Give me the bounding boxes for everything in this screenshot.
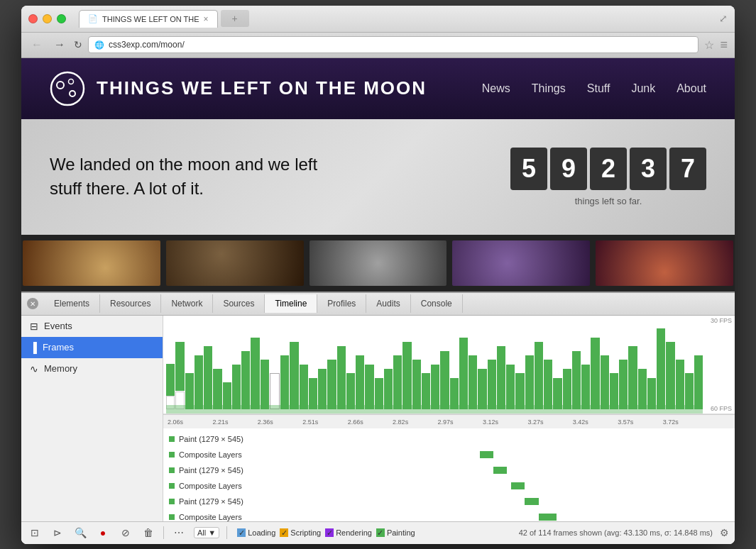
event-label-5: Paint (1279 × 545)	[179, 497, 271, 506]
timeline-ruler: 2.06s 2.21s 2.36s 2.51s 2.66s 2.82s 2.97…	[163, 414, 735, 428]
close-button[interactable]	[28, 14, 38, 23]
address-bar: ← → ↻ 🌐 css3exp.com/moon/ ☆ ≡	[21, 33, 735, 58]
svg-point-2	[69, 79, 74, 84]
thumbnail-5[interactable]	[596, 240, 733, 286]
separator-2	[226, 526, 227, 539]
devtools-close-button[interactable]: ✕	[27, 298, 38, 309]
nav-about[interactable]: About	[676, 82, 706, 95]
thumbnail-4[interactable]	[452, 240, 590, 286]
event-row-2: Composite Layers	[163, 447, 735, 462]
tab-bar: 📄 THINGS WE LEFT ON THE × +	[79, 10, 713, 28]
tick-1: 2.06s	[166, 418, 211, 426]
record-button[interactable]: ●	[95, 525, 111, 540]
filter-loading[interactable]: ✓ Loading	[237, 528, 275, 537]
timeline-events: Paint (1279 × 545) Composite Layers	[163, 428, 735, 521]
event-row-5: Paint (1279 × 545)	[163, 494, 735, 509]
console-button[interactable]: ⊳	[50, 525, 65, 540]
tab-console[interactable]: Console	[411, 294, 463, 313]
site-logo: THINGS WE LEFT ON THE MOON	[50, 71, 427, 106]
clear-button[interactable]: 🗑	[141, 525, 156, 540]
filter-painting[interactable]: ✓ Painting	[376, 528, 415, 537]
thumbnail-2[interactable]	[166, 240, 304, 286]
event-label-3: Paint (1279 × 545)	[179, 466, 271, 475]
event-label-6: Composite Layers	[179, 513, 271, 521]
sidebar-item-frames[interactable]: ▐ Frames	[21, 337, 163, 358]
sidebar-item-memory[interactable]: ∿ Memory	[21, 358, 163, 379]
thumbnail-1[interactable]	[23, 240, 160, 286]
nav-news[interactable]: News	[482, 82, 510, 95]
new-tab-button[interactable]: +	[221, 10, 249, 27]
devtools-panel: ✕ Elements Resources Network Sources Tim…	[21, 292, 735, 544]
tick-7: 2.97s	[437, 418, 481, 426]
rendering-label: Rendering	[336, 528, 372, 537]
maximize-button[interactable]	[57, 14, 66, 23]
nav-junk[interactable]: Junk	[631, 82, 655, 95]
tab-close-button[interactable]: ×	[204, 14, 209, 24]
expand-button[interactable]: ⤢	[719, 13, 728, 24]
forward-button[interactable]: →	[51, 37, 68, 52]
filter-rendering[interactable]: ✓ Rendering	[325, 528, 372, 537]
title-bar: 📄 THINGS WE LEFT ON THE × + ⤢	[21, 6, 735, 33]
event-dot-2	[169, 452, 175, 458]
svg-point-3	[70, 91, 75, 96]
devtools-sidebar: ⊟ Events ▐ Frames ∿ Memory	[21, 316, 163, 521]
tab-resources[interactable]: Resources	[100, 294, 161, 313]
composite-bar-2	[511, 482, 525, 489]
menu-button[interactable]: ≡	[720, 38, 728, 52]
scripting-checkbox[interactable]: ✓	[280, 528, 288, 537]
paint-bar-3	[525, 498, 538, 505]
tick-2: 2.21s	[211, 418, 256, 426]
counter-digits: 5 9 2 3 7	[510, 148, 706, 190]
dock-button[interactable]: ⊡	[27, 525, 43, 540]
tab-audits[interactable]: Audits	[366, 294, 410, 313]
url-bar[interactable]: 🌐 css3exp.com/moon/	[88, 36, 699, 53]
filter-select[interactable]: All ▼	[194, 527, 219, 538]
more-tools-button[interactable]: ⋯	[171, 525, 187, 540]
tick-12: 3.72s	[662, 418, 706, 426]
painting-checkbox[interactable]: ✓	[376, 528, 385, 537]
svg-point-1	[57, 82, 64, 89]
browser-tab[interactable]: 📄 THINGS WE LEFT ON THE ×	[79, 10, 218, 28]
search-button[interactable]: 🔍	[72, 525, 88, 540]
tab-sources[interactable]: Sources	[213, 294, 265, 313]
loading-checkbox[interactable]: ✓	[237, 528, 246, 537]
url-text: css3exp.com/moon/	[109, 40, 185, 50]
stop-button[interactable]: ⊘	[118, 525, 133, 540]
settings-gear-button[interactable]: ⚙	[720, 527, 729, 538]
moon-logo-icon	[50, 71, 85, 106]
bookmark-button[interactable]: ☆	[704, 38, 714, 52]
digit-3: 3	[630, 148, 667, 190]
painting-label: Painting	[387, 528, 415, 537]
rendering-checkbox[interactable]: ✓	[325, 528, 334, 537]
fps-stripe	[166, 405, 703, 414]
svg-point-0	[51, 72, 84, 105]
refresh-button[interactable]: ↻	[74, 39, 82, 50]
tick-6: 2.82s	[391, 418, 436, 426]
back-button[interactable]: ←	[28, 37, 45, 52]
minimize-button[interactable]	[43, 14, 52, 23]
event-bar-2	[275, 450, 729, 460]
digit-2: 2	[590, 148, 627, 190]
thumbnail-3[interactable]	[309, 240, 447, 286]
event-dot-6	[169, 514, 175, 520]
event-rows-container: Paint (1279 × 545) Composite Layers	[163, 428, 735, 521]
frames-chart: 30 FPS 60 FPS	[163, 316, 735, 415]
site-title: THINGS WE LEFT ON THE MOON	[97, 77, 427, 99]
tab-network[interactable]: Network	[161, 294, 213, 313]
tab-timeline[interactable]: Timeline	[265, 294, 317, 313]
sidebar-item-events[interactable]: ⊟ Events	[21, 316, 163, 337]
tick-5: 2.66s	[346, 418, 391, 426]
counter-label: things left so far.	[510, 196, 706, 206]
nav-things[interactable]: Things	[532, 82, 566, 95]
filter-scripting[interactable]: ✓ Scripting	[280, 528, 321, 537]
memory-label: Memory	[44, 363, 77, 374]
digit-5: 5	[510, 148, 547, 190]
event-bar-5	[275, 497, 729, 506]
nav-stuff[interactable]: Stuff	[587, 82, 610, 95]
site-header: THINGS WE LEFT ON THE MOON News Things S…	[21, 58, 735, 119]
tab-profiles[interactable]: Profiles	[317, 294, 366, 313]
tick-9: 3.27s	[526, 418, 571, 426]
counter-section: 5 9 2 3 7 things left so far.	[510, 148, 706, 206]
hero-text: We landed on the moon and we leftstuff t…	[50, 152, 317, 200]
tab-elements[interactable]: Elements	[44, 294, 100, 313]
